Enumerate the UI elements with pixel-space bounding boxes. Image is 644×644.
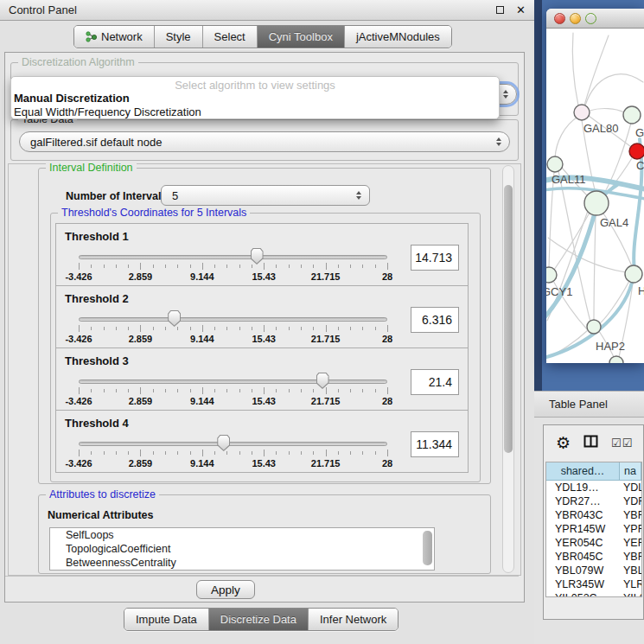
number-of-intervals-value: 5 [172, 189, 178, 202]
table-data-combo[interactable]: galFiltered.sif default node [19, 131, 510, 152]
table-cell-shared[interactable]: YDL19… [546, 481, 620, 494]
threshold-slider[interactable]: -3.4262.8599.14415.4321.71528 [79, 348, 387, 411]
apply-button[interactable]: Apply [196, 580, 255, 599]
numerical-attributes-list[interactable]: SelfLoops TopologicalCoefficient Between… [49, 527, 435, 571]
tick-label: 9.144 [190, 458, 214, 469]
attribute-list-item[interactable]: TopologicalCoefficient [50, 542, 434, 556]
node-table[interactable]: shared… na YDL19… YDL1 YDR27… YDR2 YBR04… [545, 462, 642, 597]
tab-discretize-data[interactable]: Discretize Data [209, 609, 309, 630]
network-graph[interactable]: GAL80GAGAL11GAL4GCY1HHAP2C [546, 29, 644, 363]
table-row[interactable]: YER054C YER0 [546, 536, 641, 550]
table-row[interactable]: YPR145W YPR1 [546, 522, 641, 536]
tab-select[interactable]: Select [203, 26, 258, 48]
table-cell-name[interactable]: YLR3 [620, 577, 641, 591]
slider-tick-labels: -3.4262.8599.14415.4321.71528 [79, 396, 388, 408]
table-row[interactable]: YBR043C YBR0 [546, 508, 641, 522]
attributes-scrollbar-thumb[interactable] [423, 531, 432, 565]
table-row[interactable]: YBR045C YBR0 [546, 550, 641, 564]
threshold-value-field[interactable]: 6.316 [411, 307, 459, 333]
table-row[interactable]: YBL079W YBL0 [546, 564, 641, 577]
network-node-label: C [636, 159, 644, 172]
threshold-slider[interactable]: -3.4262.8599.14415.4321.71528 [79, 286, 387, 349]
threshold-value-field[interactable]: 11.344 [411, 431, 459, 457]
algorithm-option-equal-width[interactable]: Equal Width/Frequency Discretization [11, 105, 499, 119]
table-cell-shared[interactable]: YDR27… [546, 494, 620, 508]
network-node[interactable] [546, 267, 557, 283]
tab-infer-network[interactable]: Infer Network [309, 609, 398, 630]
table-cell-shared[interactable]: YBL079W [546, 564, 620, 577]
network-node[interactable] [629, 143, 644, 159]
table-cell-name[interactable]: YER0 [620, 536, 641, 550]
network-node[interactable] [547, 156, 563, 172]
table-row[interactable]: YLR345W YLR3 [546, 577, 641, 591]
table-cell-name[interactable]: YDL1 [620, 481, 641, 494]
threshold-value-field[interactable]: 14.713 [411, 245, 459, 271]
column-header-shared[interactable]: shared… [546, 462, 620, 481]
column-header-name[interactable]: na [620, 462, 641, 481]
network-window-titlebar[interactable] [546, 9, 644, 29]
slider-handle-face [218, 436, 229, 450]
control-panel-titlebar: Control Panel ✕ [0, 0, 534, 21]
tab-network[interactable]: Network [74, 26, 155, 48]
slider-track[interactable] [79, 442, 387, 446]
table-cell-name[interactable]: YBL0 [620, 564, 641, 577]
table-row[interactable]: YDL19… YDL1 [546, 481, 641, 494]
zoom-traffic-light[interactable] [585, 13, 596, 24]
network-node[interactable] [587, 320, 601, 334]
algorithm-option-manual[interactable]: Manual Discretization [11, 92, 499, 105]
split-view-icon[interactable] [583, 435, 598, 451]
settings-scrollbar-thumb[interactable] [504, 185, 513, 453]
network-node[interactable] [625, 265, 642, 283]
settings-scrollbar[interactable] [502, 165, 514, 573]
tab-jactivemnodules[interactable]: jActiveMNodules [345, 26, 451, 48]
slider-track[interactable] [79, 379, 387, 384]
table-cell-name[interactable]: YBR0 [620, 508, 641, 522]
table-row[interactable]: YIL052C YIL0 [546, 591, 641, 597]
table-cell-name[interactable]: YBR0 [620, 550, 641, 564]
gear-icon[interactable]: ⚙ [556, 433, 571, 453]
slider-track[interactable] [79, 255, 387, 259]
close-traffic-light[interactable] [554, 13, 565, 24]
algorithm-dropdown-popup: Select algorithm to view settings Manual… [10, 76, 500, 119]
threshold-slider[interactable]: -3.4262.8599.14415.4321.71528 [79, 224, 387, 287]
table-rows: YDL19… YDL1 YDR27… YDR2 YBR043C YBR0 YPR… [546, 481, 641, 597]
table-cell-name[interactable]: YPR1 [620, 522, 641, 536]
attribute-list-item[interactable]: SelfLoops [50, 528, 434, 542]
network-node[interactable] [609, 356, 623, 363]
slider-tick-labels: -3.4262.8599.14415.4321.71528 [79, 271, 388, 284]
table-cell-shared[interactable]: YBR045C [546, 550, 620, 564]
minimize-traffic-light[interactable] [570, 13, 581, 24]
tab-impute-data[interactable]: Impute Data [124, 609, 209, 630]
table-cell-name[interactable]: YIL0 [620, 591, 641, 597]
network-node[interactable] [574, 105, 590, 120]
tab-label: Impute Data [136, 609, 197, 630]
tick-label: 15.43 [252, 271, 276, 282]
table-cell-shared[interactable]: YLR345W [546, 577, 620, 591]
close-icon[interactable]: ✕ [516, 3, 526, 16]
threshold-row: Threshold 4 -3.4262.8599.14415.4321.7152… [55, 410, 469, 473]
tab-label: jActiveMNodules [356, 26, 440, 48]
tab-style[interactable]: Style [155, 26, 203, 48]
network-node[interactable] [584, 191, 609, 215]
slider-handle-face [252, 249, 263, 264]
threshold-value-field[interactable]: 21.4 [411, 369, 459, 395]
table-cell-shared[interactable]: YIL052C [546, 591, 620, 597]
network-node[interactable] [623, 106, 641, 124]
network-edge [594, 215, 596, 320]
table-cell-shared[interactable]: YER054C [546, 536, 620, 550]
tab-cyni-toolbox[interactable]: Cyni Toolbox [258, 26, 345, 48]
column-select-icons[interactable]: ☑☑ [611, 437, 633, 450]
network-canvas[interactable]: GAL80GAGAL11GAL4GCY1HHAP2C [546, 29, 644, 363]
threshold-slider[interactable]: -3.4262.8599.14415.4321.71528 [79, 411, 387, 474]
table-cell-shared[interactable]: YPR145W [546, 522, 620, 536]
table-row[interactable]: YDR27… YDR2 [546, 494, 641, 508]
slider-ticks [79, 450, 388, 457]
float-icon[interactable] [496, 6, 504, 14]
tick-label: 2.859 [129, 458, 153, 469]
attribute-list-item[interactable]: BetweennessCentrality [50, 556, 434, 570]
table-cell-shared[interactable]: YBR043C [546, 508, 620, 522]
table-cell-name[interactable]: YDR2 [620, 494, 641, 508]
slider-handle-face [169, 311, 180, 326]
number-of-intervals-spinner[interactable]: 5 [161, 185, 370, 206]
slider-track[interactable] [79, 317, 387, 322]
